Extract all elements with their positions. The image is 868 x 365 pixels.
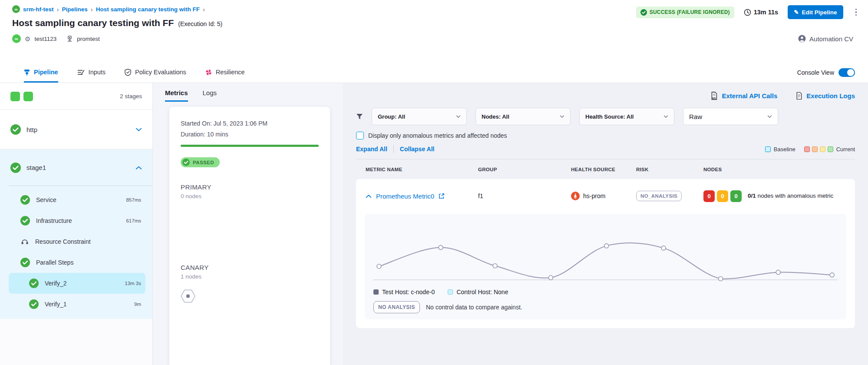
tab-logs[interactable]: Logs [203,89,217,102]
tab-pipeline[interactable]: Pipeline [24,62,58,83]
primary-node-count: 0 nodes [181,193,319,199]
external-link-icon[interactable] [439,193,445,199]
pencil-icon: ✎ [794,9,799,16]
main-tabbar: Pipeline Inputs Policy Evaluations Resil… [0,62,868,83]
test-host-swatch-icon [373,289,379,295]
stages-header: 2 stages [0,83,152,110]
breadcrumb-separator: › [57,6,59,13]
sidebar-step[interactable]: Infrastructure 617ms [9,210,145,231]
baseline-current-legend: Baseline Current [765,146,855,153]
collapse-all-link[interactable]: Collapse All [400,146,435,153]
pipeline-icon [24,69,30,76]
harness-status-icon: ∞ [12,34,21,43]
step-status-icon [29,299,39,309]
shield-check-icon [125,69,131,76]
expand-all-link[interactable]: Expand All [356,146,387,153]
group-filter-dropdown[interactable]: Group: All [372,108,467,125]
chevron-down-icon [663,115,668,118]
chevron-down-icon [767,115,772,118]
health-source-filter-dropdown[interactable]: Health Source: All [579,108,674,125]
execution-sidebar: 2 stages http stage1 Se [0,83,153,365]
filter-funnel-icon[interactable] [356,113,363,120]
console-view-toggle[interactable] [838,68,855,77]
sidebar-step[interactable]: Parallel Steps [9,252,145,273]
success-check-icon [10,163,21,173]
edit-pipeline-button[interactable]: ✎ Edit Pipeline [788,5,843,19]
view-mode-dropdown[interactable]: Raw [683,108,778,125]
chart-data-point[interactable] [661,246,666,250]
sidebar-step-label: Resource Constraint [35,238,91,245]
sidebar-step-label: Parallel Steps [36,259,73,266]
chart-data-point[interactable] [604,244,609,248]
chart-data-point[interactable] [493,264,497,268]
prometheus-icon [571,192,580,200]
chart-data-point[interactable] [548,275,553,280]
sidebar-step[interactable]: Resource Constraint [9,231,145,252]
tab-metrics[interactable]: Metrics [165,89,188,102]
step-status-icon [29,279,39,288]
step-status-icon [20,216,30,226]
breadcrumb-project[interactable]: srm-hf-test [23,6,54,13]
chevron-up-icon[interactable] [135,166,142,170]
chart-data-point[interactable] [719,277,723,281]
execution-logs-link[interactable]: Execution Logs [795,92,855,100]
success-check-icon [10,124,21,135]
metric-line-chart[interactable] [373,220,838,285]
risk-green-swatch-icon [828,146,833,152]
sidebar-step[interactable]: Verify_2 13m 3s [9,273,145,294]
anomalous-only-checkbox[interactable] [356,132,364,139]
page-title: Host sampling canary testing with FF [12,18,174,28]
external-api-calls-link[interactable]: API External API Calls [710,92,777,100]
chevron-down-icon [456,115,461,118]
status-badge: SUCCESS (FAILURE IGNORED) [636,7,734,18]
control-host-swatch-icon [448,289,453,295]
nodes-filter-dropdown[interactable]: Nodes: All [475,108,571,125]
risk-yellow-swatch-icon [820,146,825,152]
person-icon [798,35,806,43]
baseline-swatch-icon [765,146,771,152]
tab-policy-evaluations[interactable]: Policy Evaluations [125,62,186,83]
metric-name-link[interactable]: Prometheus Metric0 [376,192,434,200]
service-tag: test1123 [34,36,56,42]
sidebar-group-stage1[interactable]: stage1 [0,149,152,186]
execution-id: (Execution Id: 5) [178,20,222,27]
tab-resilience[interactable]: Resilience [205,62,245,83]
kebab-menu-icon[interactable] [853,7,860,18]
chevron-down-icon[interactable] [135,127,142,132]
metric-row: Prometheus Metric0 f1 hs-prom NO_ANALYSI… [356,179,855,213]
verify-step-panel: Metrics Logs Started On: Jul 5, 2023 1:0… [153,83,343,365]
service-icon [66,35,73,42]
sidebar-step[interactable]: Verify_1 9m [9,294,145,315]
tab-inputs[interactable]: Inputs [77,62,106,83]
metric-group: f1 [478,192,571,199]
started-on: Started On: Jul 5, 2023 1:06 PM [181,120,319,127]
sidebar-step-label: Verify_2 [45,280,67,287]
amber-node-count-badge: 0 [717,190,728,202]
sidebar-group-http[interactable]: http [0,110,152,149]
step-duration: 857ms [126,197,141,202]
breadcrumb-pipelines[interactable]: Pipelines [62,6,88,13]
page-header: ∞ srm-hf-test › Pipelines › Host samplin… [0,0,868,62]
metrics-table-header: METRIC NAME GROUP HEALTH SOURCE RISK NOD… [356,159,855,179]
chart-data-point[interactable] [776,270,780,275]
chevron-up-icon[interactable] [366,194,372,198]
svg-text:∞: ∞ [14,7,17,12]
passed-badge: PASSED [181,157,220,167]
chart-data-point[interactable] [439,246,443,250]
canary-label: CANARY [181,264,319,271]
nodes-summary: 0/1 nodes with anomalous metric [748,192,833,200]
check-circle-icon [182,159,190,166]
svg-text:API: API [712,97,716,100]
step-status-icon [20,237,29,246]
canary-node-hexagon-icon[interactable] [181,289,319,303]
metric-chart-panel: Test Host: c-node-0 Control Host: None N… [365,214,846,319]
chart-data-point[interactable] [830,273,834,277]
stage-square-icon [10,92,20,101]
chart-data-point[interactable] [377,264,381,269]
breadcrumb-separator: › [91,6,93,13]
breadcrumb-pipeline-name[interactable]: Host sampling canary testing with FF [96,6,200,13]
document-icon [795,92,802,100]
inputs-icon [77,69,85,76]
stage1-section: stage1 Service 857ms Infrastructure 617m… [0,149,152,319]
sidebar-step[interactable]: Service 857ms [9,189,145,210]
